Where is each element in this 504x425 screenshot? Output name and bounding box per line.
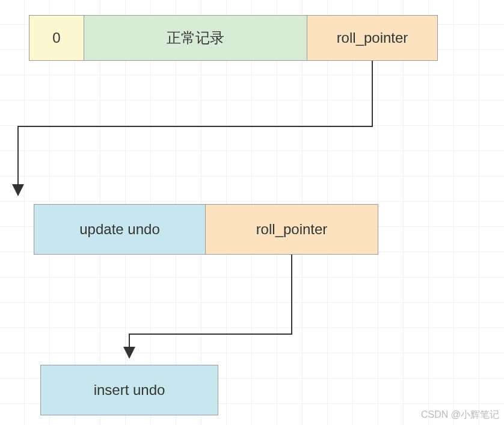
roll-pointer-1-box: roll_pointer: [307, 15, 438, 61]
insert-undo-box: insert undo: [40, 365, 218, 415]
arrow-1: [18, 61, 372, 193]
arrow-2: [129, 255, 292, 355]
value-zero-label: 0: [52, 29, 60, 46]
normal-record-label: 正常记录: [167, 28, 224, 48]
roll-pointer-2-label: roll_pointer: [256, 221, 328, 238]
roll-pointer-1-label: roll_pointer: [337, 29, 408, 46]
normal-record-box: 正常记录: [84, 15, 307, 61]
insert-undo-label: insert undo: [94, 382, 165, 399]
value-zero-box: 0: [29, 15, 84, 61]
roll-pointer-2-box: roll_pointer: [205, 204, 378, 255]
update-undo-label: update undo: [79, 221, 159, 238]
watermark: CSDN @小辉笔记: [421, 409, 499, 421]
update-undo-box: update undo: [34, 204, 206, 255]
